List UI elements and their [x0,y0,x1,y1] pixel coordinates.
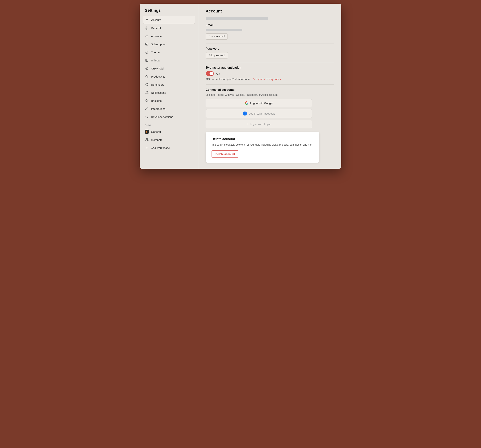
doist-section-label: Doist [143,121,195,128]
twofa-section-label: Two-factor authentication [206,66,334,69]
facebook-icon: f [243,112,247,115]
sidebar: Settings Account General [140,4,198,169]
sidebar-item-subscription-label: Subscription [151,43,166,46]
theme-icon [145,50,149,54]
svg-point-17 [146,138,147,140]
email-placeholder-bar [206,29,242,31]
account-icon [145,18,149,22]
twofa-toggle[interactable] [206,71,214,76]
sidebar-item-reminders-label: Reminders [151,83,165,86]
sidebar-item-integrations-label: Integrations [151,107,165,110]
apple-login-button[interactable]:  Log in with Apple [206,120,312,128]
google-icon [245,101,248,105]
apple-btn-label: Log in with Apple [250,122,271,126]
sidebar-item-productivity-label: Productivity [151,75,165,78]
google-login-button[interactable]: Log in with Google [206,99,312,107]
delete-account-description: This will immediately delete all of your… [211,143,314,147]
divider-password [206,62,334,62]
backups-icon [145,99,149,103]
page-title: Account [206,9,334,14]
password-section-label: Password [206,47,334,50]
gear-icon [145,26,149,30]
integrations-icon [145,107,149,111]
sidebar-item-backups-label: Backups [151,99,162,102]
connected-section-label: Connected accounts [206,88,334,91]
apple-icon:  [247,122,248,126]
sidebar-item-productivity[interactable]: Productivity [143,73,195,80]
svg-rect-10 [146,59,148,62]
change-email-button[interactable]: Change email [206,33,228,40]
add-icon [145,146,149,150]
email-section-label: Email [206,23,334,27]
sidebar-item-integrations[interactable]: Integrations [143,105,195,113]
subscription-icon [145,42,149,46]
settings-window: Settings Account General [140,4,341,169]
connected-accounts-section: Log in with Google f Log in with Faceboo… [206,99,334,128]
connected-desc-text: Log in to Todoist with your Google, Face… [206,93,334,96]
sidebar-item-account[interactable]: Account [143,16,195,24]
delete-account-button[interactable]: Delete account [211,150,239,158]
delete-account-title: Delete account [211,137,314,141]
sidebar-item-quickadd[interactable]: Quick Add [143,65,195,72]
twofa-description: 2FA is enabled on your Todoist account. … [206,78,334,81]
svg-rect-8 [146,44,147,45]
sidebar-item-reminders[interactable]: Reminders [143,81,195,88]
advanced-icon [145,34,149,38]
sidebar-item-doist-general[interactable]: d General [143,128,195,136]
sidebar-item-add-workspace-label: Add workspace [151,146,170,150]
delete-account-panel: Delete account This will immediately del… [206,132,319,163]
members-icon [145,138,149,142]
sidebar-item-members[interactable]: Members [143,136,195,144]
sidebar-item-backups[interactable]: Backups [143,97,195,105]
sidebar-title: Settings [143,8,195,13]
svg-rect-6 [146,43,148,45]
sidebar-item-advanced-label: Advanced [151,35,163,38]
recovery-codes-link[interactable]: See your recovery codes. [252,78,282,81]
google-btn-label: Log in with Google [250,102,273,105]
divider-email [206,43,334,44]
productivity-icon [145,75,149,78]
svg-point-5 [146,36,146,37]
sidebar-item-subscription[interactable]: Subscription [143,40,195,48]
name-placeholder-bar [206,17,268,20]
quickadd-icon [145,66,149,70]
sidebar-item-general[interactable]: General [143,24,195,32]
twofa-status-text: On [216,72,220,75]
sidebar-item-notifications[interactable]: Notifications [143,89,195,97]
sidebar-item-doist-general-label: General [151,130,161,133]
reminders-icon [145,83,149,87]
toggle-knob [210,72,213,75]
sidebar-item-general-label: General [151,27,161,30]
facebook-login-button[interactable]: f Log in with Facebook [206,109,312,118]
twofa-row: On [206,71,334,76]
sidebar-item-sidebar-label: Sidebar [151,59,161,62]
sidebar-item-developer[interactable]: Developer options [143,113,195,121]
svg-point-0 [146,19,148,20]
sidebar-item-add-workspace[interactable]: Add workspace [143,144,195,152]
svg-point-1 [146,28,147,29]
sidebar-item-quickadd-label: Quick Add [151,67,164,70]
sidebar-item-account-label: Account [151,18,161,22]
main-content: Account Email Change email Password Add … [198,4,341,169]
doist-logo-icon: d [145,130,149,134]
add-password-button[interactable]: Add password [206,52,228,59]
twofa-desc-text: 2FA is enabled on your Todoist account. [206,78,251,81]
sidebar-item-members-label: Members [151,138,163,141]
notifications-icon [145,91,149,95]
sidebar-item-theme-label: Theme [151,51,160,54]
sidebar-icon [145,58,149,62]
sidebar-item-sidebar[interactable]: Sidebar [143,56,195,64]
developer-icon [145,115,149,119]
sidebar-item-notifications-label: Notifications [151,91,166,94]
sidebar-item-advanced[interactable]: Advanced [143,32,195,40]
facebook-btn-label: Log in with Facebook [249,112,275,115]
sidebar-item-developer-label: Developer options [151,115,173,118]
sidebar-item-theme[interactable]: Theme [143,48,195,56]
